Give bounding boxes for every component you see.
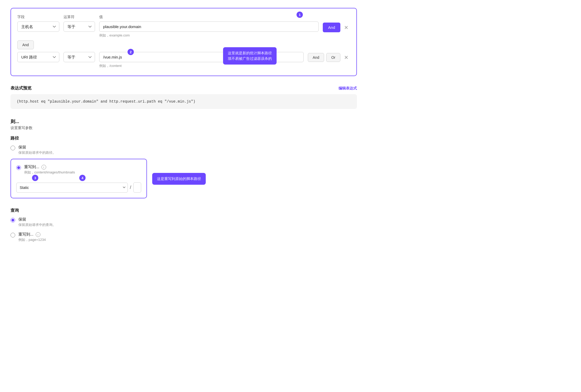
operator-select-1[interactable]: 等于 [64,22,95,32]
query-radio-group: 保留 保留原始请求中的查询。 重写到... i 例如，page=1234 [10,217,357,242]
operator-select-2[interactable]: 等于 [64,52,95,62]
expression-label: 表达式预览 [10,86,31,91]
close-button-1[interactable]: ✕ [342,23,350,32]
close-button-2[interactable]: ✕ [342,53,350,62]
row2-actions: And Or ✕ [308,53,350,62]
or-button-2[interactable]: Or [326,53,340,62]
filter-box: 1 字段 主机名 运算符 等于 值 例如，example.com [10,8,357,76]
query-preserve-text: 保留 保留原始请求中的查询。 [18,217,56,227]
path-preserve-option: 保留 保留原始请求中的路径。 [10,145,357,155]
badge-2: 2 [128,49,134,55]
query-preserve-option: 保留 保留原始请求中的查询。 [10,217,357,227]
query-label: 查询 [10,208,357,213]
static-select[interactable]: Static [16,183,128,193]
filter-row-1-wrapper: 1 字段 主机名 运算符 等于 值 例如，example.com [17,15,350,49]
query-rewrite-option: 重写到... i 例如，page=1234 [10,232,357,242]
row1-actions: And ✕ [323,23,350,32]
then-section: 则... 设置重写参数 路径 保留 保留原始请求中的路径。 重写到... i [10,118,357,198]
query-rewrite-text: 重写到... i 例如，page=1234 [18,232,46,242]
path-preserve-label: 保留 [18,145,56,150]
rewrite-info-icon[interactable]: i [41,165,46,169]
expression-box: (http.host eq "plausible.your.domain" an… [10,94,357,109]
badge-4: 4 [79,175,86,181]
path-preserve-text: 保留 保留原始请求中的路径。 [18,145,56,155]
filter-row-2: URI 路径 等于 例如，/content And Or ✕ [17,52,350,68]
query-section: 查询 保留 保留原始请求中的查询。 重写到... i 例如，page=1234 [10,208,357,242]
operator-col-2: 等于 [64,52,95,62]
path-rewrite-label-row: 重写到... i [24,165,75,169]
slash-separator: / [128,185,133,190]
tooltip-2: 这里就是新的统计脚本路径 填不易被广告过滤器误杀的 [223,47,277,65]
query-preserve-radio[interactable] [10,218,15,223]
value-col-1: 值 例如，example.com [99,15,319,38]
path-rewrite-text: 重写到... i 例如，content/images/thumbnails [24,165,75,175]
filter-row-1: 字段 主机名 运算符 等于 值 例如，example.com And [17,15,350,38]
expression-label-row: 表达式预览 编辑表达式 [10,86,357,91]
path-rewrite-option: 重写到... i 例如，content/images/thumbnails [16,165,141,175]
field-col-2: URI 路径 [17,52,59,62]
path-label: 路径 [10,136,357,141]
value-label: 值 [99,15,319,19]
then-subtitle: 设置重写参数 [10,126,357,130]
field-select-1[interactable]: 主机名 [17,22,59,32]
path-text-input[interactable] [133,182,141,193]
query-rewrite-label: 重写到... [18,232,34,237]
edit-expression-link[interactable]: 编辑表达式 [339,86,357,91]
operator-col-1: 运算符 等于 [64,15,95,32]
and-button-2[interactable]: And [308,53,324,62]
path-radio-group: 保留 保留原始请求中的路径。 重写到... i 例如，content/image… [10,145,357,198]
query-rewrite-hint: 例如，page=1234 [18,237,46,242]
path-preserve-radio[interactable] [10,146,15,150]
query-rewrite-radio[interactable] [10,233,15,237]
rewrite-tooltip: 这是重写到原始的脚本路径 [152,173,206,185]
value-input-1[interactable] [99,22,319,32]
and-connector-btn[interactable]: And [17,40,34,49]
path-rewrite-label: 重写到... [24,165,39,169]
path-preserve-hint: 保留原始请求中的路径。 [18,150,56,155]
then-title: 则... [10,118,357,125]
path-rewrite-box: 重写到... i 例如，content/images/thumbnails 3 … [10,159,147,198]
query-rewrite-info-icon[interactable]: i [36,232,40,237]
badge-1: 1 [297,12,303,18]
and-connector: And [17,40,350,49]
query-rewrite-label-row: 重写到... i [18,232,46,237]
path-rewrite-wrapper: 重写到... i 例如，content/images/thumbnails 3 … [10,160,357,198]
and-button-1[interactable]: And [323,23,340,32]
expression-section: 表达式预览 编辑表达式 (http.host eq "plausible.you… [10,86,357,109]
path-rewrite-hint: 例如，content/images/thumbnails [24,170,75,175]
expression-text: (http.host eq "plausible.your.domain" an… [17,99,196,104]
query-preserve-hint: 保留原始请求中的查询。 [18,223,56,227]
query-preserve-label: 保留 [18,217,56,222]
rewrite-inner-row: Static / [16,182,141,193]
badge-3: 3 [32,175,38,181]
value-hint-1: 例如，example.com [99,33,319,38]
field-col-1: 字段 主机名 [17,15,59,32]
field-label: 字段 [17,15,59,19]
path-rewrite-radio[interactable] [16,165,21,170]
field-select-2[interactable]: URI 路径 [17,52,59,62]
operator-label: 运算符 [64,15,95,19]
filter-row-2-wrapper: 2 这里就是新的统计脚本路径 填不易被广告过滤器误杀的 URI 路径 等于 例如… [17,52,350,68]
